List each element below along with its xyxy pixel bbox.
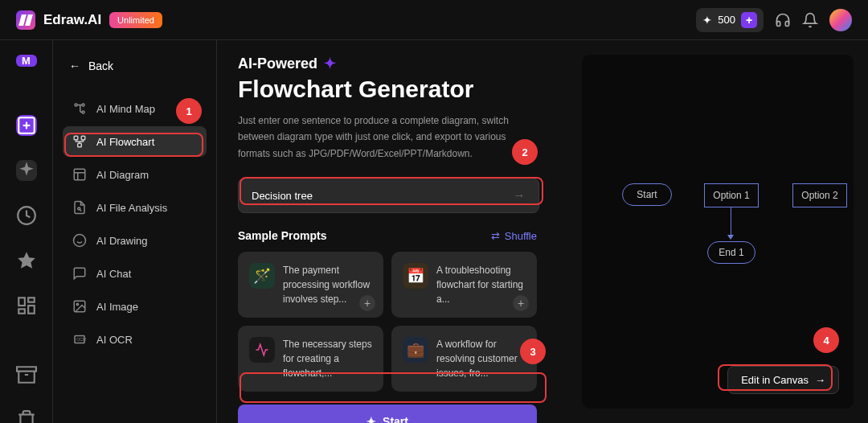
sparkle-icon: ✦ xyxy=(702,14,712,27)
sidebar-item-flowchart[interactable]: AI Flowchart xyxy=(63,126,207,157)
svg-marker-4 xyxy=(18,252,35,269)
sidebar-item-diagram[interactable]: AI Diagram xyxy=(63,159,207,190)
sidebar-item-label: AI Flowchart xyxy=(96,136,154,148)
app-name: Edraw.AI xyxy=(43,12,101,28)
rail-templates-icon[interactable] xyxy=(16,295,37,316)
sidebar-item-image[interactable]: AI Image xyxy=(63,291,207,322)
sidebar: ← Back AI Mind Map AI Flowchart AI Diagr… xyxy=(53,40,217,423)
flowchart-icon xyxy=(72,134,87,149)
credits-count: 500 xyxy=(718,14,735,26)
icon-rail: M xyxy=(0,40,53,423)
svg-text:OCR: OCR xyxy=(76,337,86,342)
add-credits-button[interactable]: + xyxy=(741,12,757,28)
headset-icon[interactable] xyxy=(775,12,791,28)
rail-clock-icon[interactable] xyxy=(16,205,37,226)
magic-wand-icon: 🪄 xyxy=(249,263,275,289)
edit-in-canvas-button[interactable]: Edit in Canvas → xyxy=(727,366,839,394)
sample-card[interactable]: 📅 A troubleshooting flowchart for starti… xyxy=(391,252,537,318)
flow-node-start: Start xyxy=(622,183,672,206)
sample-prompts-label: Sample Prompts xyxy=(238,229,326,242)
svg-rect-14 xyxy=(78,143,82,147)
flow-node-end1: End 1 xyxy=(707,241,755,264)
card-add-button[interactable]: + xyxy=(513,295,529,311)
sidebar-item-label: AI Mind Map xyxy=(96,103,155,115)
svg-point-10 xyxy=(82,104,84,106)
preview-panel: Start Option 1 Option 2 End 1 Edit in Ca… xyxy=(582,55,854,409)
submit-arrow-icon[interactable]: → xyxy=(513,188,526,203)
sample-card[interactable]: 💼 A workflow for resolving customer issu… xyxy=(391,326,537,392)
flow-node-option1: Option 1 xyxy=(704,183,759,207)
arrow-right-icon: → xyxy=(815,374,825,386)
back-button[interactable]: ← Back xyxy=(63,55,207,77)
sidebar-item-chat[interactable]: AI Chat xyxy=(63,258,207,289)
page-description: Just enter one sentence to produce a com… xyxy=(238,113,535,162)
chat-icon xyxy=(72,266,87,281)
sparkle-icon: ✦ xyxy=(366,415,376,423)
ocr-icon: OCR xyxy=(72,332,87,347)
flow-arrow-icon xyxy=(727,235,734,240)
workspace-badge[interactable]: M xyxy=(16,55,37,67)
start-label: Start xyxy=(383,415,408,423)
svg-point-9 xyxy=(75,104,77,106)
content-area: AI-Powered ✦ Flowchart Generator Just en… xyxy=(217,40,582,423)
briefcase-icon: 💼 xyxy=(403,337,428,363)
diagram-icon xyxy=(72,167,87,182)
sidebar-item-label: AI File Analysis xyxy=(96,202,167,214)
svg-rect-13 xyxy=(81,136,85,140)
activity-icon xyxy=(249,337,275,363)
sidebar-item-label: AI OCR xyxy=(96,334,133,346)
rail-star-icon[interactable] xyxy=(16,250,37,271)
rail-archive-icon[interactable] xyxy=(16,364,37,385)
card-text: The payment processing workflow involves… xyxy=(283,263,372,306)
card-add-button[interactable]: + xyxy=(359,295,375,311)
sidebar-item-drawing[interactable]: AI Drawing xyxy=(63,225,207,256)
card-text: A workflow for resolving customer issues… xyxy=(436,337,526,380)
sidebar-item-label: AI Diagram xyxy=(96,169,149,181)
main-layout: M ← Back AI Mind Map AI Flowchart AI Dia… xyxy=(0,40,868,423)
file-analysis-icon xyxy=(72,200,87,215)
prompt-input-box[interactable]: → xyxy=(238,178,539,213)
sample-prompts-header: Sample Prompts ⇄ Shuffle xyxy=(238,229,537,242)
image-icon xyxy=(72,299,87,314)
start-button[interactable]: ✦ Start xyxy=(238,405,537,423)
sample-cards-grid: 🪄 The payment processing workflow involv… xyxy=(238,252,537,392)
app-header: Edraw.AI Unlimited ✦ 500 + xyxy=(0,0,868,40)
svg-rect-6 xyxy=(28,298,35,302)
sample-card[interactable]: 🪄 The payment processing workflow involv… xyxy=(238,252,383,318)
svg-point-17 xyxy=(74,235,86,247)
ai-powered-text: AI-Powered xyxy=(238,55,317,72)
sidebar-item-label: AI Drawing xyxy=(96,235,148,247)
svg-point-16 xyxy=(78,207,80,210)
ai-sparkle-icon: ✦ xyxy=(324,55,336,72)
sidebar-item-label: AI Chat xyxy=(96,268,131,280)
rail-ai-sparkle-icon[interactable] xyxy=(16,160,37,181)
card-text: The necessary steps for creating a flowc… xyxy=(283,337,372,380)
sidebar-item-ocr[interactable]: OCR AI OCR xyxy=(63,324,207,355)
shuffle-button[interactable]: ⇄ Shuffle xyxy=(491,230,537,242)
sample-card[interactable]: The necessary steps for creating a flowc… xyxy=(238,326,383,392)
svg-point-11 xyxy=(82,111,84,113)
shuffle-label: Shuffle xyxy=(505,230,537,242)
back-label: Back xyxy=(88,60,113,72)
page-title: Flowchart Generator xyxy=(238,76,561,103)
app-logo-icon xyxy=(16,10,35,30)
svg-rect-7 xyxy=(28,306,35,314)
card-text: A troubleshooting flowchart for starting… xyxy=(436,263,526,306)
header-right: ✦ 500 + xyxy=(696,8,852,32)
prompt-input[interactable] xyxy=(252,190,513,202)
credits-badge[interactable]: ✦ 500 + xyxy=(696,8,764,32)
rail-create-icon[interactable] xyxy=(16,115,37,136)
sidebar-item-file-analysis[interactable]: AI File Analysis xyxy=(63,192,207,223)
calendar-icon: 📅 xyxy=(403,263,428,289)
arrow-left-icon: ← xyxy=(69,60,80,72)
sidebar-item-label: AI Image xyxy=(96,301,138,313)
unlimited-badge: Unlimited xyxy=(109,12,162,28)
edit-canvas-label: Edit in Canvas xyxy=(741,374,809,386)
rail-trash-icon[interactable] xyxy=(16,409,37,423)
mindmap-icon xyxy=(72,101,87,116)
drawing-icon xyxy=(72,233,87,248)
notification-bell-icon[interactable] xyxy=(802,12,818,28)
annotation-marker-4: 4 xyxy=(813,327,839,353)
annotation-marker-1: 1 xyxy=(176,98,202,124)
user-avatar[interactable] xyxy=(829,9,852,31)
